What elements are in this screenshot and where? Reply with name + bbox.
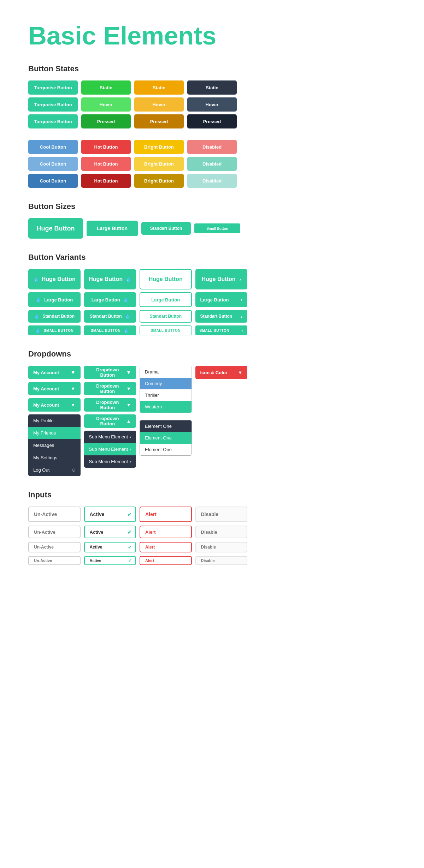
my-account-dropdown-1[interactable]: My Account ▼ <box>28 366 81 379</box>
bright-button-2[interactable]: Bright Button <box>134 157 184 171</box>
variant-large-outline[interactable]: Large Button <box>140 292 192 307</box>
cool-button-1[interactable]: Cool Button <box>28 140 78 154</box>
element-item-3[interactable]: Element One <box>140 444 192 455</box>
variant-huge-chevron[interactable]: Huge Button › <box>195 269 248 289</box>
sub-menu-item-1[interactable]: Sub Menu Element › <box>84 431 136 443</box>
cool-button-2[interactable]: Cool Button <box>28 157 78 171</box>
dropdown-button-4[interactable]: Dropdown Button ▲ <box>84 414 136 428</box>
check-icon-3: ✔ <box>128 545 132 550</box>
menu-item-friends[interactable]: My Friends <box>28 427 81 439</box>
button-sizes-heading: Button Sizes <box>28 202 247 211</box>
variant-standard-icon-left[interactable]: 💧 Standart Button <box>28 310 81 323</box>
turquoise-button-1[interactable]: Turquoise Button <box>28 80 78 95</box>
hot-button-2[interactable]: Hot Button <box>81 157 131 171</box>
input-disabled-4 <box>195 556 248 565</box>
page-title: Basic Elements <box>28 21 247 50</box>
dropdown-button-2[interactable]: Dropdown Button ▼ <box>84 382 136 395</box>
hot-button-1[interactable]: Hot Button <box>81 140 131 154</box>
input-wrapper-inactive-3 <box>28 542 81 552</box>
dropdowns-heading: Dropdowns <box>28 349 247 359</box>
input-inactive-4[interactable] <box>28 556 81 565</box>
dropdown-button-1[interactable]: Dropdown Button ▼ <box>84 366 136 379</box>
cool-button-3[interactable]: Cool Button <box>28 174 78 188</box>
variant-huge-icon-left[interactable]: 💧 Huge Button <box>28 269 81 289</box>
input-alert-4[interactable] <box>140 556 192 565</box>
variant-large-chevron[interactable]: Large Button › <box>195 292 248 307</box>
input-wrapper-inactive-2 <box>28 526 81 538</box>
variant-small-icon-right[interactable]: SMALL BUTTON 💧 <box>84 325 136 335</box>
menu-item-profile[interactable]: My Profile <box>28 414 81 427</box>
genre-list: Drama Comedy Thriller Western <box>140 366 192 413</box>
turquoise-button-2[interactable]: Turquoise Button <box>28 97 78 112</box>
dark-hover-button[interactable]: Hover <box>187 97 237 112</box>
variant-small-outline[interactable]: SMALL BUTTON <box>140 325 192 335</box>
large-button[interactable]: Large Button <box>87 221 138 236</box>
input-wrapper-disabled-1 <box>195 507 248 522</box>
element-item-1[interactable]: Element One <box>140 420 192 432</box>
turquoise-button-3[interactable]: Turquoise Button <box>28 114 78 128</box>
genre-drama[interactable]: Drama <box>140 366 192 378</box>
water-icon-1: 💧 <box>33 277 39 282</box>
sub-menu-arrow-icon-3: › <box>130 459 131 464</box>
sub-menu-item-3[interactable]: Sub Menu Element › <box>84 455 136 468</box>
check-icon-1: ✔ <box>127 511 132 518</box>
element-item-2[interactable]: Element One <box>140 432 192 444</box>
dropdown-arrow-icon-5: ▼ <box>126 386 131 391</box>
menu-item-logout[interactable]: Log Out ⊙ <box>28 464 81 476</box>
input-disabled-1 <box>195 507 248 522</box>
green-pressed-button[interactable]: Pressed <box>81 114 131 128</box>
genre-comedy[interactable]: Comedy <box>140 378 192 389</box>
input-alert-3[interactable] <box>140 542 192 552</box>
input-alert-1[interactable] <box>140 507 192 522</box>
standard-button[interactable]: Standart Button <box>141 222 191 235</box>
variant-standard-icon-right[interactable]: Standart Button 💧 <box>84 310 136 323</box>
input-inactive-2[interactable] <box>28 526 81 538</box>
water-icon-4: 💧 <box>35 328 41 333</box>
variant-large-icon-right[interactable]: Large Button 💧 <box>84 292 136 307</box>
water-icon-5: 💧 <box>125 277 131 282</box>
menu-item-settings[interactable]: My Settings <box>28 451 81 464</box>
orange-pressed-button[interactable]: Pressed <box>134 114 184 128</box>
disabled-button-3[interactable]: Disabled <box>187 174 237 188</box>
dropdowns-section: Dropdowns My Account ▼ My Account ▼ My A… <box>28 349 247 476</box>
orange-static-button[interactable]: Static <box>134 80 184 95</box>
green-hover-button[interactable]: Hover <box>81 97 131 112</box>
bright-button-3[interactable]: Bright Button <box>134 174 184 188</box>
dark-pressed-button[interactable]: Pressed <box>187 114 237 128</box>
variant-standard-outline[interactable]: Standart Button <box>140 310 192 323</box>
input-wrapper-active-1: ✔ <box>84 507 136 522</box>
dropdown-button-3[interactable]: Dropdown Button ▼ <box>84 398 136 412</box>
genre-western[interactable]: Western <box>140 401 192 413</box>
bright-button-1[interactable]: Bright Button <box>134 140 184 154</box>
sub-menu-arrow-icon-2: › <box>130 447 131 452</box>
genre-thriller[interactable]: Thriller <box>140 389 192 401</box>
small-button[interactable]: Small Button <box>194 223 240 233</box>
green-static-button[interactable]: Static <box>81 80 131 95</box>
input-wrapper-active-2: ✔ <box>84 526 136 538</box>
input-inactive-3[interactable] <box>28 542 81 552</box>
inputs-section: Inputs ✔ ✔ <box>28 490 247 565</box>
disabled-button-2[interactable]: Disabled <box>187 157 237 171</box>
chevron-right-icon-4: › <box>241 328 243 333</box>
sub-menu-item-2[interactable]: Sub Menu Element › <box>84 443 136 455</box>
variant-small-chevron[interactable]: SMALL BUTTON › <box>195 325 248 335</box>
disabled-button-1[interactable]: Disabled <box>187 140 237 154</box>
variant-small-icon-left[interactable]: 💧 SMALL BUTTON <box>28 325 81 335</box>
variant-standard-chevron[interactable]: Standart Button › <box>195 310 248 323</box>
variant-huge-outline[interactable]: Huge Button <box>140 269 192 289</box>
variant-large-icon-left[interactable]: 💧 Large Button <box>28 292 81 307</box>
dark-static-button[interactable]: Static <box>187 80 237 95</box>
sub-menu-arrow-icon-1: › <box>130 434 131 439</box>
input-alert-2[interactable] <box>140 526 192 538</box>
button-states-section: Button States Turquoise Button Static St… <box>28 64 247 188</box>
huge-button[interactable]: Huge Button <box>28 218 83 239</box>
hot-button-3[interactable]: Hot Button <box>81 174 131 188</box>
my-account-dropdown-2[interactable]: My Account ▼ <box>28 382 81 395</box>
input-inactive-1[interactable] <box>28 507 81 522</box>
icon-color-button[interactable]: Icon & Color ▼ <box>195 366 248 379</box>
orange-hover-button[interactable]: Hover <box>134 97 184 112</box>
dropdown-col-1: My Account ▼ My Account ▼ My Account ▼ M… <box>28 366 81 476</box>
my-account-dropdown-3[interactable]: My Account ▼ <box>28 398 81 412</box>
variant-huge-icon-right[interactable]: Huge Button 💧 <box>84 269 136 289</box>
menu-item-messages[interactable]: Messages <box>28 439 81 451</box>
